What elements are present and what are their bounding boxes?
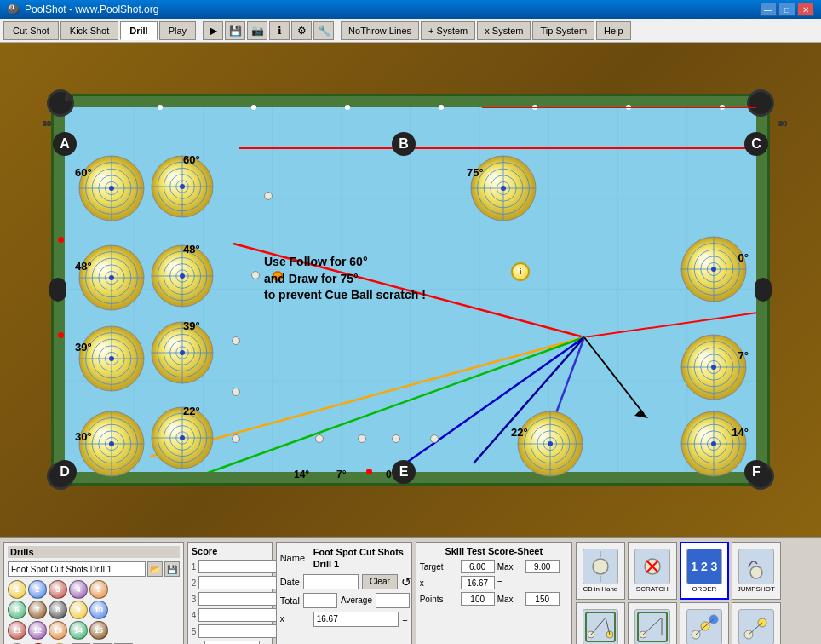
kiss-icon — [738, 609, 774, 644]
dot-2 — [251, 271, 260, 279]
total-input[interactable] — [303, 593, 337, 608]
score-x-input[interactable] — [204, 641, 261, 644]
x-system-btn[interactable]: x System — [477, 21, 531, 40]
ball-diagram-48 — [77, 243, 146, 313]
shot-kickshot[interactable]: KICKSHOT — [628, 602, 677, 644]
svg-line-47 — [749, 623, 762, 635]
refresh-icon[interactable]: ↺ — [401, 575, 411, 589]
shot-jumpshot[interactable]: JUMPSHOT — [732, 542, 781, 600]
tip-system-btn[interactable]: Tip System — [532, 21, 594, 40]
score-num-4: 4 — [192, 611, 197, 620]
nothrow-lines-btn[interactable]: NoThrow Lines — [341, 21, 419, 40]
tab-play[interactable]: Play — [159, 21, 196, 40]
ball-num-10[interactable]: 10 — [89, 601, 108, 619]
score-num-5: 5 — [192, 627, 197, 636]
average-input[interactable] — [376, 593, 410, 608]
camera-icon-btn[interactable]: 📷 — [247, 21, 267, 40]
eq-skill: = — [497, 578, 502, 588]
help-btn[interactable]: Help — [596, 21, 631, 40]
drills-name-input[interactable] — [8, 561, 146, 577]
angle-22-label: 22° — [183, 405, 200, 417]
drills-name-row: 📂 💾 — [8, 561, 180, 577]
score-row-5: 5 — [192, 624, 268, 638]
ball-num-13[interactable]: 13 — [49, 621, 67, 640]
svg-point-24 — [593, 559, 608, 574]
score-num-1: 1 — [192, 562, 197, 572]
max-label-2: Max — [497, 595, 523, 604]
svg-point-30 — [750, 566, 762, 578]
ball-num-11[interactable]: 11 — [8, 621, 26, 640]
shot-bankshot[interactable]: BANKSHOT — [576, 602, 625, 644]
jumpshot-icon — [738, 549, 774, 584]
diamond-t4 — [439, 105, 444, 110]
points-row: Points 100 Max 150 — [420, 592, 568, 606]
tab-cut-shot[interactable]: Cut Shot — [3, 21, 59, 40]
angle-60-top-label: 60° — [75, 166, 92, 179]
titlebar-controls[interactable]: — □ ✕ — [760, 3, 814, 16]
tools-icon-btn[interactable]: 🔧 — [313, 21, 334, 40]
shot-scratch[interactable]: SCRATCH — [628, 542, 677, 600]
pocket-top-left — [47, 89, 74, 117]
plus-system-btn[interactable]: + System — [421, 21, 475, 40]
save-icon-btn[interactable]: 💾 — [225, 21, 245, 40]
cb-in-hand-label: CB in Hand — [583, 586, 617, 594]
save-drill-btn[interactable]: 💾 — [164, 561, 180, 577]
maximize-button[interactable]: □ — [778, 3, 795, 16]
close-button[interactable]: ✕ — [797, 3, 814, 16]
play-icon-btn[interactable]: ▶ — [203, 21, 223, 40]
clear-button[interactable]: Clear — [362, 574, 398, 589]
diamond-t2 — [251, 105, 256, 110]
svg-line-34 — [591, 618, 606, 635]
settings-icon-btn[interactable]: ⚙ — [291, 21, 312, 40]
score-row-1: 1 — [192, 560, 268, 573]
angle-39-2-label: 39° — [183, 319, 200, 332]
shot-order[interactable]: 1 2 3 ORDER — [680, 542, 729, 600]
ball-num-5[interactable]: 5 — [89, 580, 108, 599]
corner-label-c: C — [744, 132, 768, 156]
ball-num-9[interactable]: 9 — [69, 601, 88, 619]
average-label: Average — [341, 595, 372, 605]
target-max-value: 9.00 — [525, 560, 560, 573]
ball-num-6[interactable]: 6 — [8, 601, 26, 619]
info-icon-btn[interactable]: ℹ — [269, 21, 290, 40]
open-drill-btn[interactable]: 📂 — [147, 561, 163, 577]
kickshot-icon — [634, 609, 670, 644]
ball-num-8[interactable]: 8 — [49, 601, 67, 619]
ball-num-2[interactable]: 2 — [28, 580, 47, 599]
jumpshot-label: JUMPSHOT — [738, 586, 775, 594]
ball-num-15[interactable]: 15 — [89, 621, 108, 640]
tab-kick-shot[interactable]: Kick Shot — [60, 21, 118, 40]
dot-1 — [264, 192, 273, 200]
ball-num-4[interactable]: 4 — [69, 580, 88, 599]
titlebar: 🎱 PoolShot - www.PoolShot.org — □ ✕ — [0, 0, 821, 19]
tab-drill[interactable]: Drill — [120, 21, 157, 40]
ball-num-12[interactable]: 12 — [28, 621, 47, 640]
dot-4 — [232, 388, 240, 396]
date-input[interactable] — [303, 574, 359, 589]
red-dot-1 — [58, 237, 64, 243]
ball-num-3[interactable]: 3 — [49, 580, 67, 599]
multiplier-input[interactable] — [313, 612, 399, 627]
ball-num-7[interactable]: 7 — [28, 601, 47, 619]
ball-diagram-48-2 — [149, 243, 215, 309]
pocket-top-right — [747, 89, 774, 117]
shot-kiss[interactable]: KISS — [732, 602, 781, 644]
points-label: Points — [420, 595, 458, 604]
x-label: x — [280, 614, 310, 624]
minimize-button[interactable]: — — [760, 3, 777, 16]
angle-14-label: 14° — [732, 426, 749, 439]
ball-num-14[interactable]: 14 — [69, 621, 88, 640]
date-row: Date Clear ↺ — [280, 574, 408, 589]
name-date-section: Name Foot Spot Cut ShotsDrill 1 Date Cle… — [276, 542, 412, 644]
angle-39-label: 39° — [75, 341, 92, 354]
ball-diagram-0 — [679, 234, 749, 304]
drills-section: Drills 📂 💾 123456789101112131415 ↺ 🎨 ↑ — [3, 542, 184, 644]
score-row-3: 3 — [192, 592, 268, 606]
combo-icon — [686, 609, 722, 644]
angle-0-label: 0° — [738, 251, 749, 264]
ball-diagram-75-top — [468, 153, 538, 223]
ball-num-1[interactable]: 1 — [8, 580, 26, 599]
shot-cb-in-hand[interactable]: CB in Hand — [576, 542, 625, 600]
dot-6 — [315, 434, 324, 443]
shot-combo[interactable]: COMBO — [680, 602, 729, 644]
